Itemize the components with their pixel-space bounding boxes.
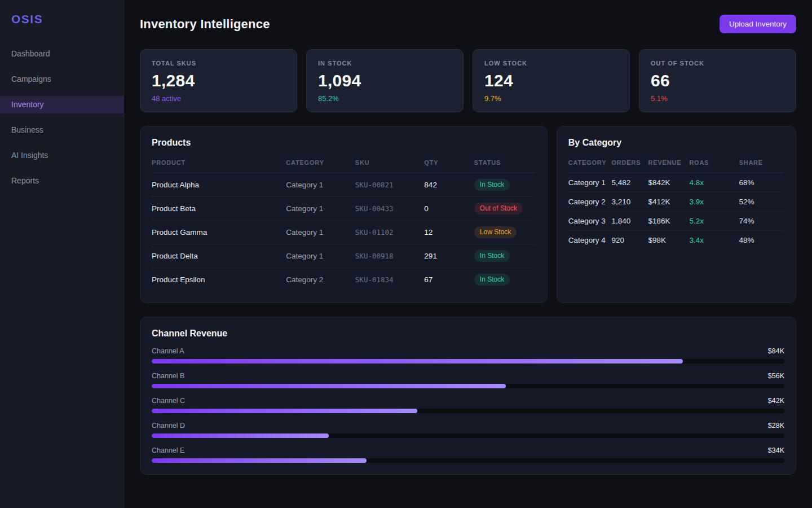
stat-subtext: 48 active xyxy=(152,94,285,103)
column-header-category: CATEGORY xyxy=(568,151,612,173)
channel-bar-track xyxy=(152,433,784,438)
app-logo: OSIS xyxy=(11,12,123,26)
category-revenue: $98K xyxy=(648,231,690,250)
product-sku: SKU-00821 xyxy=(355,173,425,197)
products-table: PRODUCT CATEGORY SKU QTY STATUS Product … xyxy=(152,151,536,291)
status-badge: Low Stock xyxy=(474,226,517,238)
products-table-header: PRODUCT CATEGORY SKU QTY STATUS xyxy=(152,151,536,173)
column-header-orders: ORDERS xyxy=(611,151,648,173)
column-header-revenue: REVENUE xyxy=(648,151,690,173)
sidebar-item-inventory[interactable]: Inventory xyxy=(0,96,123,113)
table-row: Category 4 920 $98K 3.4x 48% xyxy=(568,231,784,250)
by-category-panel-title: By Category xyxy=(568,138,784,148)
stat-label: TOTAL SKUS xyxy=(152,60,285,67)
channel-bar-fill xyxy=(152,433,329,438)
product-qty: 0 xyxy=(424,197,474,221)
product-sku: SKU-01834 xyxy=(355,268,425,292)
channel-revenue-title: Channel Revenue xyxy=(152,329,784,339)
channel-value: $56K xyxy=(768,372,784,380)
upload-inventory-button[interactable]: Upload Inventory xyxy=(720,15,796,33)
status-badge: Out of Stock xyxy=(474,203,523,214)
category-orders: 1,840 xyxy=(611,212,648,231)
table-row: Category 1 5,482 $842K 4.8x 68% xyxy=(568,173,784,192)
product-name: Product Delta xyxy=(152,244,286,268)
product-category: Category 2 xyxy=(286,268,355,292)
product-qty: 67 xyxy=(424,268,474,292)
category-revenue: $842K xyxy=(648,173,690,192)
table-row: Product Gamma Category 1 SKU-01102 12 Lo… xyxy=(152,221,536,244)
sidebar-item-reports[interactable]: Reports xyxy=(0,172,123,190)
page-title: Inventory Intelligence xyxy=(140,17,270,32)
category-roas: 3.4x xyxy=(689,231,739,250)
product-name: Product Alpha xyxy=(152,173,286,197)
column-header-qty: QTY xyxy=(424,151,474,173)
channel-bar-track xyxy=(152,458,784,463)
channel-label: Channel D xyxy=(152,422,185,430)
status-badge: In Stock xyxy=(474,274,510,286)
channel-bar-track xyxy=(152,359,784,364)
stat-label: LOW STOCK xyxy=(484,60,618,67)
stat-value: 124 xyxy=(484,71,618,90)
product-name: Product Epsilon xyxy=(152,268,286,292)
product-category: Category 1 xyxy=(286,197,355,221)
stat-cards: TOTAL SKUS 1,284 48 active IN STOCK 1,09… xyxy=(140,49,796,112)
by-category-table-header: CATEGORY ORDERS REVENUE ROAS SHARE xyxy=(568,151,784,173)
category-share: 52% xyxy=(739,192,785,212)
by-category-panel: By Category CATEGORY ORDERS REVENUE ROAS… xyxy=(557,126,796,303)
stat-value: 66 xyxy=(651,71,784,90)
table-row: Product Beta Category 1 SKU-00433 0 Out … xyxy=(152,197,536,221)
channel-revenue-panel: Channel Revenue Channel A $84K Channel B… xyxy=(140,317,796,475)
table-row: Product Epsilon Category 2 SKU-01834 67 … xyxy=(152,268,536,292)
page-header: Inventory Intelligence Upload Inventory xyxy=(140,15,796,33)
channel-bar-fill xyxy=(152,384,506,388)
category-name: Category 2 xyxy=(568,192,612,212)
column-header-category: CATEGORY xyxy=(286,151,355,173)
channel-row: Channel C $42K xyxy=(152,397,784,413)
channel-bar-track xyxy=(152,409,784,413)
channel-label: Channel A xyxy=(152,347,184,355)
product-sku: SKU-00433 xyxy=(355,197,425,221)
category-share: 74% xyxy=(739,212,785,231)
stat-card-total-skus: TOTAL SKUS 1,284 48 active xyxy=(140,49,297,112)
channel-bar-fill xyxy=(152,359,683,364)
stat-card-in-stock: IN STOCK 1,094 85.2% xyxy=(306,49,464,112)
stat-card-out-of-stock: OUT OF STOCK 66 5.1% xyxy=(639,49,796,112)
sidebar-item-ai-insights[interactable]: AI Insights xyxy=(0,147,123,164)
stat-card-low-stock: LOW STOCK 124 9.7% xyxy=(473,49,630,112)
sidebar-item-business[interactable]: Business xyxy=(0,121,123,139)
products-panel: Products PRODUCT CATEGORY SKU QTY STATUS xyxy=(140,126,548,303)
channel-value: $34K xyxy=(768,446,784,454)
column-header-roas: ROAS xyxy=(689,151,739,173)
category-name: Category 1 xyxy=(568,173,612,192)
middle-row: Products PRODUCT CATEGORY SKU QTY STATUS xyxy=(140,126,796,303)
table-row: Category 3 1,840 $186K 5.2x 74% xyxy=(568,212,784,231)
stat-label: IN STOCK xyxy=(318,60,452,67)
channel-bar-track xyxy=(152,384,784,388)
category-roas: 3.9x xyxy=(689,192,739,212)
stat-subtext: 9.7% xyxy=(484,94,618,103)
channel-value: $28K xyxy=(768,422,784,430)
category-roas: 4.8x xyxy=(689,173,739,192)
stat-value: 1,094 xyxy=(318,71,452,90)
sidebar-item-campaigns[interactable]: Campaigns xyxy=(0,71,123,88)
category-revenue: $186K xyxy=(648,212,690,231)
category-roas: 5.2x xyxy=(689,212,739,231)
product-sku: SKU-01102 xyxy=(355,221,425,244)
category-revenue: $412K xyxy=(648,192,690,212)
channel-row: Channel D $28K xyxy=(152,422,784,438)
column-header-sku: SKU xyxy=(355,151,425,173)
product-name: Product Gamma xyxy=(152,221,286,244)
sidebar-item-dashboard[interactable]: Dashboard xyxy=(0,45,123,63)
channel-value: $42K xyxy=(768,397,784,405)
sidebar: OSIS Dashboard Campaigns Inventory Busin… xyxy=(0,0,124,508)
category-orders: 920 xyxy=(611,231,648,250)
channel-value: $84K xyxy=(768,347,784,355)
category-share: 68% xyxy=(739,173,785,192)
stat-subtext: 85.2% xyxy=(318,94,452,103)
main-content: Inventory Intelligence Upload Inventory … xyxy=(124,0,812,475)
channel-row: Channel E $34K xyxy=(152,446,784,463)
stat-value: 1,284 xyxy=(152,71,285,90)
stat-subtext: 5.1% xyxy=(651,94,784,103)
table-row: Product Alpha Category 1 SKU-00821 842 I… xyxy=(152,173,536,197)
category-orders: 5,482 xyxy=(611,173,648,192)
